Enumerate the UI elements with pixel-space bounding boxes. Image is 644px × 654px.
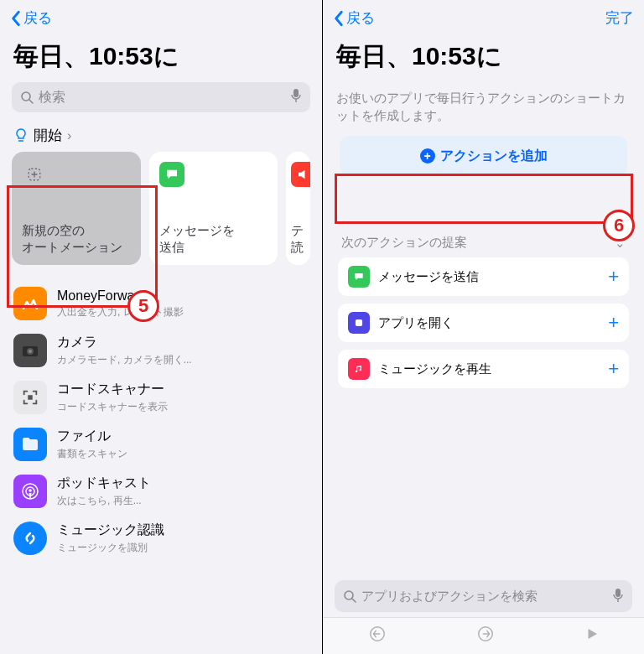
add-action-label: アクションを追加 [440, 148, 548, 165]
chevron-right-icon: › [67, 128, 71, 143]
scanner-icon [13, 381, 47, 414]
card-label: メッセージを 送信 [159, 222, 268, 255]
messages-icon [348, 266, 370, 288]
page-title: 毎日、10:53に [0, 33, 322, 82]
app-podcasts[interactable]: ポッドキャスト 次はこちら, 再生... [0, 468, 322, 515]
app-sub: 次はこちら, 再生... [57, 494, 151, 508]
app-name: コードスキャナー [57, 381, 168, 398]
shortcuts-automation-start-pane: 戻る 毎日、10:53に 検索 開始 › 新規の空の オートメーション メッセー… [0, 0, 322, 654]
start-section-header[interactable]: 開始 › [0, 122, 322, 152]
undo-button[interactable] [368, 625, 387, 647]
svg-line-1 [29, 100, 33, 103]
app-code-scanner[interactable]: コードスキャナー コードスキャナーを表示 [0, 374, 322, 421]
app-icon [348, 312, 370, 334]
mic-icon[interactable] [612, 588, 624, 605]
suggestion-label: アプリを開く [378, 315, 454, 331]
app-sub: コードスキャナーを表示 [57, 400, 168, 414]
search-icon [343, 589, 356, 603]
messages-icon [159, 162, 184, 187]
done-button[interactable]: 完了 [605, 8, 634, 28]
search-placeholder: 検索 [39, 89, 65, 106]
run-button[interactable] [584, 626, 600, 646]
svg-line-14 [352, 599, 356, 602]
app-name: MoneyForward [57, 288, 184, 304]
shortcuts-add-action-pane: 戻る 完了 毎日、10:53に お使いのアプリで毎日行うアクションのショートカッ… [322, 0, 644, 654]
svg-rect-12 [356, 319, 362, 326]
card-send-message[interactable]: メッセージを 送信 [149, 152, 278, 265]
annotation-box-6 [335, 174, 633, 224]
suggestions-title: 次のアクションの提案 [341, 235, 467, 251]
app-camera[interactable]: カメラ カメラモード, カメラを開く... [0, 327, 322, 374]
action-cards-row: 新規の空の オートメーション メッセージを 送信 テ 読 [0, 152, 322, 265]
moneyforward-icon [13, 287, 47, 320]
add-action-button[interactable]: + アクションを追加 [340, 136, 627, 176]
plus-icon[interactable]: + [608, 358, 619, 380]
app-sub: カメラモード, カメラを開く... [57, 353, 192, 367]
shazam-icon [13, 522, 47, 555]
suggestion-send-message[interactable]: メッセージを送信 + [338, 257, 629, 296]
search-input[interactable]: 検索 [12, 82, 310, 112]
app-shazam[interactable]: ミュージック認識 ミュージックを識別 [0, 515, 322, 562]
suggestion-open-app[interactable]: アプリを開く + [338, 304, 629, 342]
svg-point-7 [29, 350, 32, 353]
card-peek-next[interactable]: テ 読 [286, 152, 310, 265]
mic-icon[interactable] [290, 88, 302, 106]
back-button[interactable]: 戻る [10, 8, 52, 28]
search-icon [20, 91, 34, 104]
top-bar: 戻る [0, 0, 322, 33]
app-sub: 書類をスキャン [57, 447, 127, 461]
music-icon [348, 358, 370, 380]
lightbulb-icon [13, 128, 29, 143]
app-sub: 入出金を入力, レシート撮影 [57, 305, 184, 319]
suggestion-play-music[interactable]: ミュージックを再生 + [338, 350, 629, 388]
app-moneyforward[interactable]: MoneyForward 入出金を入力, レシート撮影 [0, 280, 322, 327]
plus-icon[interactable]: + [608, 266, 619, 288]
app-name: ファイル [57, 428, 127, 445]
redo-button[interactable] [476, 625, 495, 647]
back-label: 戻る [23, 8, 52, 28]
card-new-blank-automation[interactable]: 新規の空の オートメーション [12, 152, 141, 265]
action-search-input[interactable]: アプリおよびアクションを検索 [335, 580, 632, 612]
app-name: ポッドキャスト [57, 475, 151, 492]
svg-rect-15 [615, 589, 621, 597]
svg-rect-2 [293, 89, 299, 97]
app-name: カメラ [57, 334, 192, 351]
app-list: MoneyForward 入出金を入力, レシート撮影 カメラ カメラモード, … [0, 280, 322, 562]
back-label: 戻る [346, 8, 375, 28]
page-description: お使いのアプリで毎日行うアクションのショートカットを作成します。 [323, 82, 644, 136]
svg-rect-8 [28, 395, 33, 400]
svg-point-11 [29, 489, 32, 492]
start-label: 開始 [34, 126, 62, 145]
search-placeholder: アプリおよびアクションを検索 [361, 589, 538, 605]
suggestions-header[interactable]: 次のアクションの提案 ⌄ [323, 235, 644, 257]
plus-circle-icon: + [420, 148, 435, 164]
app-name: ミュージック認識 [57, 522, 164, 539]
page-title: 毎日、10:53に [323, 33, 644, 82]
suggestion-label: ミュージックを再生 [378, 361, 491, 377]
app-files[interactable]: ファイル 書類をスキャン [0, 421, 322, 468]
chevron-left-icon [333, 10, 345, 27]
card-label: 新規の空の オートメーション [22, 222, 131, 255]
top-bar: 戻る 完了 [323, 0, 644, 33]
app-sub: ミュージックを識別 [57, 541, 164, 555]
plus-icon[interactable]: + [608, 312, 619, 334]
chevron-down-icon: ⌄ [615, 236, 626, 251]
new-automation-icon [22, 162, 47, 187]
suggestion-label: メッセージを送信 [378, 269, 479, 285]
card-label: テ 読 [291, 222, 300, 255]
camera-icon [13, 334, 47, 367]
podcasts-icon [13, 475, 47, 508]
chevron-left-icon [10, 10, 22, 27]
speaker-icon [291, 162, 310, 187]
files-icon [13, 428, 47, 461]
bottom-toolbar [323, 617, 644, 654]
back-button[interactable]: 戻る [333, 8, 375, 28]
